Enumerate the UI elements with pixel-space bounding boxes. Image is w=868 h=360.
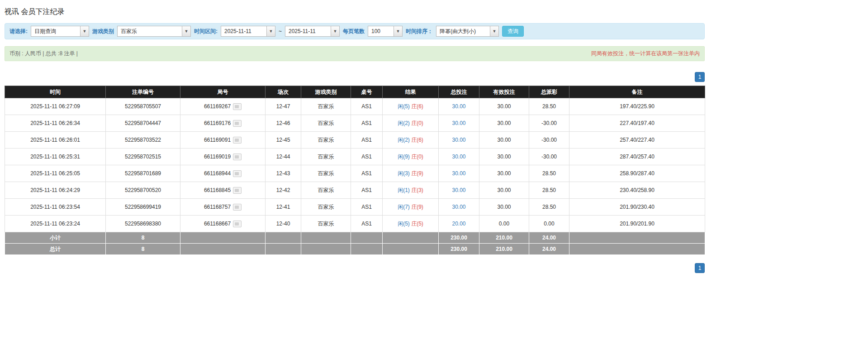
table-row: 2025-11-11 06:26:01522958703522661169091… bbox=[5, 132, 705, 149]
cell-bet-id: 522958699419 bbox=[106, 199, 180, 216]
video-preview-icon[interactable] bbox=[233, 221, 242, 227]
search-button[interactable]: 查询 bbox=[502, 26, 524, 37]
chevron-down-icon[interactable]: ▼ bbox=[490, 26, 498, 36]
video-preview-icon[interactable] bbox=[233, 154, 242, 160]
query-type-label: 请选择: bbox=[9, 28, 28, 35]
cell-note: 258.90/287.40 bbox=[569, 165, 705, 182]
chevron-down-icon[interactable]: ▼ bbox=[394, 26, 402, 36]
total-bet-link[interactable]: 30.00 bbox=[452, 204, 465, 210]
result-banker: 庄(6) bbox=[411, 137, 423, 143]
cell-result: 闲(5) 庄(6) bbox=[383, 98, 439, 115]
video-preview-icon[interactable] bbox=[233, 187, 242, 194]
video-preview-icon[interactable] bbox=[233, 204, 242, 211]
chevron-down-icon[interactable]: ▼ bbox=[266, 26, 275, 36]
sort-label: 时间排序： bbox=[406, 28, 433, 35]
cell-valid-bet: 30.00 bbox=[479, 132, 529, 149]
pagination-top: 1 bbox=[5, 72, 705, 82]
summary-cell: 8 bbox=[106, 244, 180, 255]
summary-cell: 24.00 bbox=[529, 244, 569, 255]
cell-game-type: 百家乐 bbox=[301, 132, 351, 149]
summary-cell: 8 bbox=[106, 232, 180, 244]
cell-result: 闲(3) 庄(9) bbox=[383, 165, 439, 182]
result-banker: 庄(9) bbox=[411, 204, 423, 210]
filter-bar: 请选择: 日期查询 ▼ 游戏类别 百家乐 ▼ 时间区间: 2025-11-11 … bbox=[5, 23, 705, 39]
date-from-select[interactable]: 2025-11-11 ▼ bbox=[221, 26, 275, 37]
page-title: 视讯 会员下注纪录 bbox=[5, 5, 705, 23]
video-preview-icon[interactable] bbox=[233, 103, 242, 110]
cell-time: 2025-11-11 06:25:31 bbox=[5, 149, 106, 165]
query-type-select[interactable]: 日期查询 ▼ bbox=[31, 26, 89, 37]
summary-cell: 230.00 bbox=[439, 232, 479, 244]
column-header: 有效投注 bbox=[479, 86, 529, 98]
result-player: 闲(9) bbox=[398, 154, 410, 160]
result-banker: 庄(9) bbox=[411, 170, 423, 177]
round-number: 661168667 bbox=[204, 221, 231, 227]
result-player: 闲(2) bbox=[398, 120, 410, 126]
page-button[interactable]: 1 bbox=[695, 72, 705, 82]
video-preview-icon[interactable] bbox=[233, 120, 242, 127]
cell-table-no: AS1 bbox=[351, 132, 383, 149]
cell-round: 661168757 bbox=[180, 199, 266, 216]
summary-currency-count: 币别 : 人民币 | 总共 :8 注单 | bbox=[9, 50, 78, 58]
video-preview-icon[interactable] bbox=[233, 137, 242, 144]
column-header: 结果 bbox=[383, 86, 439, 98]
cell-session: 12-42 bbox=[266, 182, 301, 199]
game-type-select[interactable]: 百家乐 ▼ bbox=[117, 26, 191, 37]
query-type-value: 日期查询 bbox=[31, 26, 80, 36]
summary-cell bbox=[351, 244, 383, 255]
records-table: 时间注单编号局号场次游戏类别桌号结果总投注有效投注总派彩备注 2025-11-1… bbox=[5, 86, 705, 255]
cell-table-no: AS1 bbox=[351, 199, 383, 216]
summary-cell: 24.00 bbox=[529, 232, 569, 244]
page-root: 视讯 会员下注纪录 请选择: 日期查询 ▼ 游戏类别 百家乐 ▼ 时间区间: 2… bbox=[5, 5, 705, 273]
cell-payout: 28.50 bbox=[529, 182, 569, 199]
page-size-select[interactable]: 100 ▼ bbox=[368, 26, 403, 37]
cell-note: 197.40/225.90 bbox=[569, 98, 705, 115]
total-bet-link[interactable]: 30.00 bbox=[452, 154, 465, 160]
cell-payout: 28.50 bbox=[529, 98, 569, 115]
cell-bet-id: 522958705507 bbox=[106, 98, 180, 115]
column-header: 桌号 bbox=[351, 86, 383, 98]
chevron-down-icon[interactable]: ▼ bbox=[182, 26, 190, 36]
cell-valid-bet: 30.00 bbox=[479, 182, 529, 199]
time-range-label: 时间区间: bbox=[194, 28, 218, 35]
cell-valid-bet: 30.00 bbox=[479, 199, 529, 216]
round-number: 661169267 bbox=[204, 103, 231, 110]
date-to-select[interactable]: 2025-11-11 ▼ bbox=[285, 26, 340, 37]
chevron-down-icon[interactable]: ▼ bbox=[331, 26, 339, 36]
sort-select[interactable]: 降幂(由大到小) ▼ bbox=[436, 26, 499, 37]
cell-session: 12-45 bbox=[266, 132, 301, 149]
total-bet-link[interactable]: 30.00 bbox=[452, 170, 465, 177]
total-bet-link[interactable]: 30.00 bbox=[452, 187, 465, 193]
summary-cell bbox=[180, 244, 266, 255]
game-type-value: 百家乐 bbox=[118, 26, 182, 36]
cell-total-bet: 30.00 bbox=[439, 132, 479, 149]
cell-note: 230.40/258.90 bbox=[569, 182, 705, 199]
result-player: 闲(1) bbox=[398, 187, 410, 193]
table-row: 2025-11-11 06:25:31522958702515661169019… bbox=[5, 149, 705, 165]
cell-game-type: 百家乐 bbox=[301, 216, 351, 232]
cell-time: 2025-11-11 06:26:01 bbox=[5, 132, 106, 149]
total-bet-link[interactable]: 20.00 bbox=[452, 221, 465, 227]
cell-total-bet: 30.00 bbox=[439, 149, 479, 165]
cell-note: 201.90/201.90 bbox=[569, 216, 705, 232]
cell-table-no: AS1 bbox=[351, 216, 383, 232]
column-header: 游戏类别 bbox=[301, 86, 351, 98]
table-row: 2025-11-11 06:27:09522958705507661169267… bbox=[5, 98, 705, 115]
cell-round: 661169019 bbox=[180, 149, 266, 165]
total-bet-link[interactable]: 30.00 bbox=[452, 137, 465, 143]
summary-cell: 小计 bbox=[5, 232, 106, 244]
page-button[interactable]: 1 bbox=[695, 263, 705, 273]
summary-notice: 同局有效投注，统一计算在该局第一张注单内 bbox=[591, 50, 700, 58]
total-bet-link[interactable]: 30.00 bbox=[452, 103, 465, 110]
total-bet-link[interactable]: 30.00 bbox=[452, 120, 465, 126]
summary-cell bbox=[301, 232, 351, 244]
cell-total-bet: 30.00 bbox=[439, 165, 479, 182]
summary-cell bbox=[351, 232, 383, 244]
chevron-down-icon[interactable]: ▼ bbox=[80, 26, 89, 36]
summary-cell bbox=[383, 244, 439, 255]
summary-cell: 230.00 bbox=[439, 244, 479, 255]
summary-bar: 币别 : 人民币 | 总共 :8 注单 | 同局有效投注，统一计算在该局第一张注… bbox=[5, 46, 705, 61]
video-preview-icon[interactable] bbox=[233, 170, 242, 177]
column-header: 总派彩 bbox=[529, 86, 569, 98]
cell-session: 12-46 bbox=[266, 115, 301, 132]
